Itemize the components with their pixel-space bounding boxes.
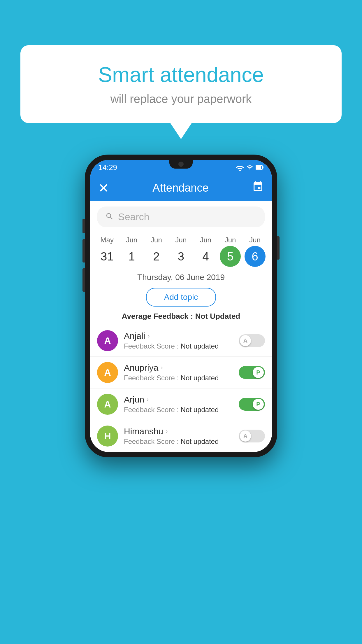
toggle-knob: P [253,367,264,378]
front-camera [178,162,184,167]
volume-down-button [82,239,85,262]
month-label: Jun [126,236,137,244]
toggle-knob: P [253,399,264,410]
battery-icon [256,164,264,171]
date-number[interactable]: 3 [171,246,191,267]
date-col[interactable]: Jun4 [194,236,217,267]
feedback-score-value: Not updated [181,374,219,382]
student-list: AAnjali ›Feedback Score : Not updatedAAA… [90,325,272,452]
feedback-score-value: Not updated [181,406,219,414]
selected-date: Thursday, 06 June 2019 [90,267,272,285]
volume-up-button [82,219,85,233]
phone-screen: 14:29 [90,160,272,452]
student-info: Anupriya ›Feedback Score : Not updated [124,363,233,382]
bubble-title: Smart attendance [44,63,318,87]
close-icon[interactable]: ✕ [98,181,109,195]
chevron-icon: › [161,364,163,372]
month-label: Jun [225,236,236,244]
svg-rect-1 [262,167,263,169]
date-number[interactable]: 31 [96,246,117,267]
student-item[interactable]: AArjun ›Feedback Score : Not updatedP [90,388,272,420]
content-area: Search May31Jun1Jun2Jun3Jun4Jun5Jun6 Thu… [90,206,272,452]
date-col[interactable]: Jun6 [243,236,267,267]
status-time: 14:29 [98,163,117,172]
student-info: Anjali ›Feedback Score : Not updated [124,331,233,350]
avatar: A [97,330,118,351]
calendar-icon[interactable] [252,181,264,195]
date-number[interactable]: 6 [245,246,266,267]
feedback-score: Feedback Score : Not updated [124,342,233,350]
avatar: H [97,426,118,447]
calendar-row: May31Jun1Jun2Jun3Jun4Jun5Jun6 [90,233,272,267]
volume-mute-button [82,268,85,292]
average-feedback-label: Average Feedback : [122,312,195,321]
student-item[interactable]: AAnupriya ›Feedback Score : Not updatedP [90,357,272,388]
student-name: Anupriya › [124,363,233,373]
feedback-score-value: Not updated [181,342,219,350]
add-topic-button[interactable]: Add topic [146,288,216,307]
date-number[interactable]: 1 [121,246,142,267]
feedback-score: Feedback Score : Not updated [124,406,233,414]
date-col[interactable]: Jun3 [169,236,193,267]
student-info: Himanshu ›Feedback Score : Not updated [124,426,233,446]
toggle-container[interactable]: A [239,334,265,347]
month-label: Jun [175,236,187,244]
feedback-score: Feedback Score : Not updated [124,438,233,446]
average-feedback: Average Feedback : Not Updated [90,309,272,325]
month-label: Jun [249,236,261,244]
svg-rect-2 [256,166,261,169]
student-item[interactable]: AAnjali ›Feedback Score : Not updatedA [90,325,272,357]
average-feedback-value: Not Updated [195,312,240,321]
attendance-toggle[interactable]: A [239,430,265,442]
app-bar: ✕ Attendance [90,175,272,201]
student-info: Arjun ›Feedback Score : Not updated [124,395,233,414]
date-col[interactable]: Jun1 [120,236,143,267]
notch [169,160,193,169]
date-number[interactable]: 2 [146,246,167,267]
student-name: Anjali › [124,331,233,341]
month-label: Jun [151,236,162,244]
bubble-subtitle: will replace your paperwork [44,92,318,106]
wifi-icon [236,164,244,171]
feedback-score-value: Not updated [181,438,219,445]
toggle-container[interactable]: P [239,398,265,411]
search-placeholder: Search [118,211,150,223]
status-icons [236,164,264,171]
chevron-icon: › [147,396,149,403]
search-bar[interactable]: Search [97,206,265,227]
date-number[interactable]: 5 [220,246,241,267]
chevron-icon: › [147,332,150,340]
speech-bubble: Smart attendance will replace your paper… [20,45,342,123]
toggle-container[interactable]: P [239,366,265,379]
attendance-toggle[interactable]: A [239,334,265,347]
power-button [277,236,280,260]
student-name: Arjun › [124,395,233,405]
feedback-score: Feedback Score : Not updated [124,374,233,382]
toggle-container[interactable]: A [239,430,265,442]
date-col[interactable]: Jun2 [145,236,168,267]
date-number[interactable]: 4 [195,246,216,267]
date-col[interactable]: May31 [95,236,119,267]
signal-icon [246,164,253,171]
chevron-icon: › [166,428,168,435]
student-item[interactable]: HHimanshu ›Feedback Score : Not updatedA [90,420,272,452]
toggle-knob: A [240,430,251,442]
avatar: A [97,362,118,383]
student-name: Himanshu › [124,426,233,436]
avatar: A [97,394,118,415]
phone-wrapper: 14:29 [85,155,277,457]
attendance-toggle[interactable]: P [239,398,265,411]
search-icon [105,212,114,222]
attendance-toggle[interactable]: P [239,366,265,379]
phone-outer: 14:29 [85,155,277,457]
month-label: Jun [200,236,211,244]
toggle-knob: A [240,335,251,346]
speech-bubble-container: Smart attendance will replace your paper… [20,45,342,123]
app-bar-title: Attendance [152,182,208,194]
date-col[interactable]: Jun5 [219,236,242,267]
month-label: May [101,236,114,244]
